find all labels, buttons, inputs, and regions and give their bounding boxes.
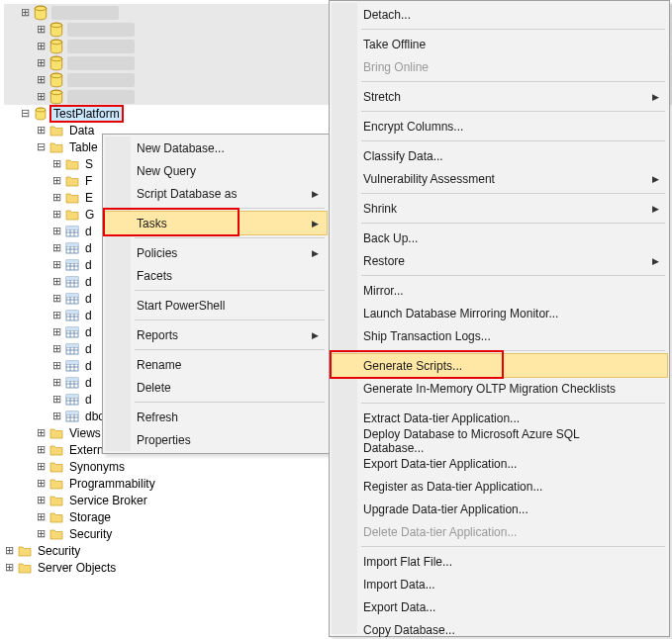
expander-icon[interactable]: [36, 461, 47, 472]
menu-item-detach[interactable]: Detach...: [332, 3, 667, 26]
tree-node-label[interactable]: Programmability: [67, 477, 157, 491]
tree-node-label[interactable]: Security: [67, 527, 114, 541]
menu-item-start-powershell[interactable]: Start PowerShell: [105, 294, 327, 317]
tree-node-label[interactable]: Views: [67, 426, 103, 440]
expander-icon[interactable]: [51, 343, 62, 354]
menu-item-reports[interactable]: Reports▶: [105, 323, 327, 346]
menu-item-back-up[interactable]: Back Up...: [332, 227, 667, 249]
expander-icon[interactable]: [51, 209, 62, 220]
menu-item-deploy-database-to-microsoft-azure-sql-database[interactable]: Deploy Database to Microsoft Azure SQL D…: [332, 429, 667, 452]
tree-node-label[interactable]: S: [83, 157, 95, 171]
menu-item-label: Vulnerability Assessment: [363, 172, 495, 186]
expander-icon[interactable]: [36, 24, 47, 35]
expander-icon[interactable]: [51, 293, 62, 304]
expander-icon[interactable]: [4, 545, 15, 556]
menu-item-stretch[interactable]: Stretch▶: [332, 85, 667, 108]
menu-item-ship-transaction-logs[interactable]: Ship Transaction Logs...: [332, 324, 667, 347]
expander-icon[interactable]: [51, 276, 62, 287]
menu-item-export-data-tier-application[interactable]: Export Data-tier Application...: [332, 452, 667, 475]
tree-node-label[interactable]: d: [83, 376, 94, 390]
menu-item-label: Delete Data-tier Application...: [363, 525, 517, 539]
tree-node-label[interactable]: d: [83, 275, 94, 289]
expander-icon[interactable]: [36, 74, 47, 85]
menu-item-tasks[interactable]: Tasks▶: [105, 212, 327, 234]
menu-item-import-data[interactable]: Import Data...: [332, 573, 667, 595]
menu-item-delete[interactable]: Delete: [105, 376, 327, 399]
tree-node-label[interactable]: d: [83, 325, 94, 339]
tree-node-label[interactable]: TestPlatform: [51, 107, 122, 121]
expander-icon[interactable]: [36, 495, 47, 505]
menu-item-register-as-data-tier-application[interactable]: Register as Data-tier Application...: [332, 475, 667, 498]
menu-item-copy-database[interactable]: Copy Database...: [332, 618, 667, 639]
expander-icon[interactable]: [51, 377, 62, 388]
menu-item-new-query[interactable]: New Query: [105, 159, 327, 182]
tree-node-label[interactable]: Server Objects: [36, 561, 118, 575]
tree-node-label[interactable]: G: [83, 208, 96, 222]
menu-item-shrink[interactable]: Shrink▶: [332, 197, 667, 220]
menu-item-generate-in-memory-oltp-migration-checklists[interactable]: Generate In-Memory OLTP Migration Checkl…: [332, 377, 667, 400]
tree-node-label[interactable]: d: [83, 258, 94, 272]
expander-icon[interactable]: [51, 175, 62, 186]
menu-item-export-data[interactable]: Export Data...: [332, 595, 667, 618]
expander-icon[interactable]: [20, 7, 31, 18]
menu-item-encrypt-columns[interactable]: Encrypt Columns...: [332, 115, 667, 137]
context-menu-database[interactable]: New Database...New QueryScript Database …: [102, 134, 330, 454]
tree-node-label[interactable]: Table: [67, 140, 100, 154]
menu-item-classify-data[interactable]: Classify Data...: [332, 144, 667, 167]
context-menu-tasks[interactable]: Detach...Take OfflineBring OnlineStretch…: [329, 0, 670, 637]
expander-icon[interactable]: [51, 259, 62, 270]
expander-icon[interactable]: [36, 511, 47, 522]
menu-item-upgrade-data-tier-application[interactable]: Upgrade Data-tier Application...: [332, 498, 667, 520]
expander-icon[interactable]: [36, 91, 47, 102]
tree-node-label[interactable]: d: [83, 393, 94, 407]
menu-item-take-offline[interactable]: Take Offline: [332, 33, 667, 55]
expander-icon[interactable]: [51, 360, 62, 371]
expander-icon[interactable]: [51, 226, 62, 236]
menu-item-rename[interactable]: Rename: [105, 353, 327, 376]
tree-node-label[interactable]: Service Broker: [67, 494, 149, 507]
expander-icon[interactable]: [36, 444, 47, 455]
expander-icon[interactable]: [36, 528, 47, 539]
expander-icon[interactable]: [36, 41, 47, 51]
expander-icon[interactable]: [20, 108, 31, 119]
tree-node-label[interactable]: F: [83, 174, 94, 188]
menu-item-import-flat-file[interactable]: Import Flat File...: [332, 550, 667, 573]
menu-item-restore[interactable]: Restore▶: [332, 249, 667, 272]
menu-item-properties[interactable]: Properties: [105, 428, 327, 451]
tree-node-label[interactable]: d: [83, 241, 94, 255]
expander-icon[interactable]: [51, 310, 62, 320]
expander-icon[interactable]: [4, 562, 15, 573]
tree-node-label[interactable]: d: [83, 342, 94, 356]
expander-icon[interactable]: [51, 158, 62, 169]
tree-node-label[interactable]: E: [83, 191, 95, 205]
tree-node-label[interactable]: Storage: [67, 510, 113, 524]
tree-node-label[interactable]: d: [83, 225, 94, 238]
expander-icon[interactable]: [36, 141, 47, 152]
menu-item-facets[interactable]: Facets: [105, 264, 327, 287]
menu-item-generate-scripts[interactable]: Generate Scripts...: [332, 354, 667, 377]
expander-icon[interactable]: [36, 478, 47, 489]
menu-item-label: Import Flat File...: [363, 555, 452, 569]
expander-icon[interactable]: [51, 326, 62, 337]
tree-node-label[interactable]: d: [83, 359, 94, 373]
tree-node-label[interactable]: Synonyms: [67, 460, 127, 474]
menu-item-vulnerability-assessment[interactable]: Vulnerability Assessment▶: [332, 167, 667, 190]
tree-node-label: XXXXXXXX: [67, 56, 135, 70]
expander-icon[interactable]: [51, 192, 62, 203]
menu-item-script-database-as[interactable]: Script Database as▶: [105, 182, 327, 205]
tree-node-label[interactable]: d: [83, 292, 94, 306]
menu-item-refresh[interactable]: Refresh: [105, 406, 327, 428]
tree-node-label[interactable]: d: [83, 309, 94, 322]
tree-node-label[interactable]: Security: [36, 544, 82, 558]
menu-item-mirror[interactable]: Mirror...: [332, 279, 667, 302]
expander-icon[interactable]: [51, 242, 62, 253]
expander-icon[interactable]: [36, 125, 47, 136]
expander-icon[interactable]: [36, 427, 47, 438]
tree-node-label[interactable]: Data: [67, 124, 96, 137]
expander-icon[interactable]: [51, 411, 62, 421]
menu-item-new-database[interactable]: New Database...: [105, 137, 327, 159]
menu-item-policies[interactable]: Policies▶: [105, 241, 327, 264]
expander-icon[interactable]: [51, 394, 62, 405]
expander-icon[interactable]: [36, 57, 47, 68]
menu-item-launch-database-mirroring-monitor[interactable]: Launch Database Mirroring Monitor...: [332, 302, 667, 324]
